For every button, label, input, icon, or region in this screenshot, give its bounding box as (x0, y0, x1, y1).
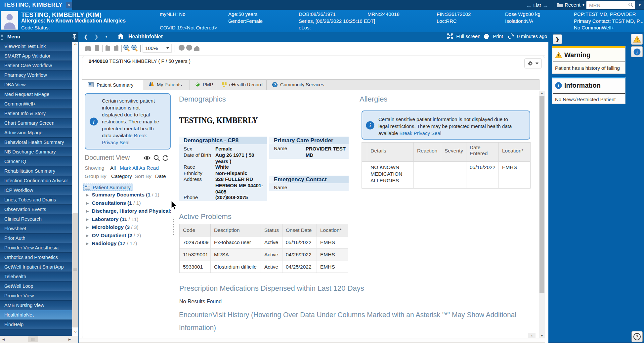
svg-text:?: ? (274, 83, 276, 87)
svg-text:100%: 100% (145, 45, 158, 51)
svg-text:i: i (558, 83, 559, 88)
svg-text:?: ? (636, 334, 638, 339)
svg-text:i: i (93, 119, 95, 125)
svg-text:i: i (636, 50, 638, 55)
svg-text:i: i (369, 122, 371, 129)
